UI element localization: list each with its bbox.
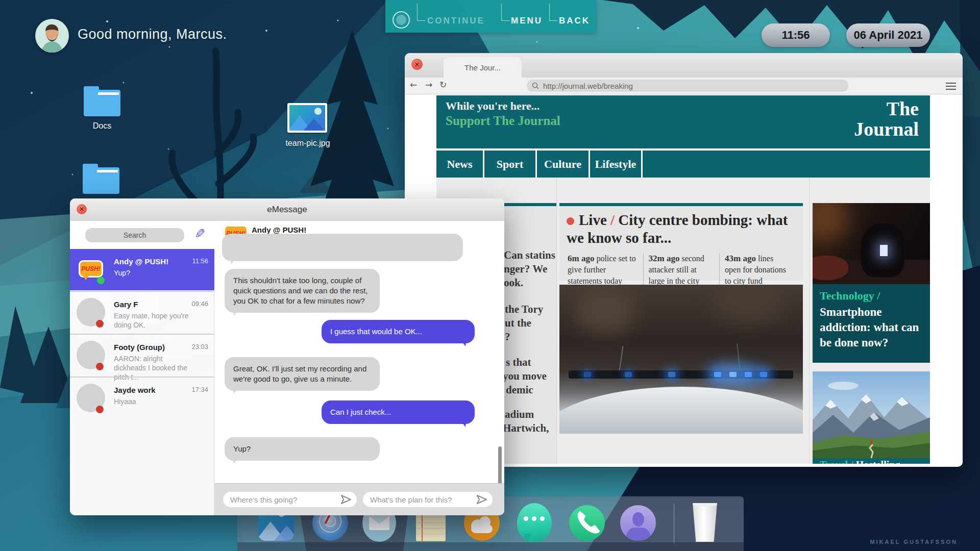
technology-kicker: Technology / [820, 289, 923, 303]
game-overlay-menu: CONTINUE MENU BACK [385, 0, 596, 33]
technology-article-card[interactable]: Technology / Smartphone addiction: what … [813, 284, 930, 363]
emessage-titlebar[interactable]: ✕ eMessage [70, 198, 504, 221]
conversation-time: 23:03 [191, 343, 208, 350]
docs-folder-label: Docs [84, 121, 120, 131]
browser-titlebar[interactable]: ✕ The Jour... [405, 53, 963, 78]
message-bubble-received: Yup? [225, 437, 380, 461]
article-fragment: demic [506, 384, 533, 396]
clock-date: 06 April 2021 [846, 23, 930, 47]
nav-lifestyle[interactable]: Lifestyle [590, 151, 641, 178]
url-bar[interactable]: http://journal.web/breaking [527, 80, 848, 92]
contact-avatar [77, 341, 105, 369]
team-pic-file-label: team-pic.jpg [282, 139, 333, 148]
back-icon[interactable]: ← [410, 80, 417, 90]
continue-button[interactable]: CONTINUE [427, 16, 485, 26]
back-button[interactable]: BACK [559, 16, 590, 26]
update-time: 43m ago [725, 254, 756, 263]
article-fragment: Can statins [504, 249, 555, 262]
nav-culture[interactable]: Culture [537, 151, 589, 178]
update-item[interactable]: 32m ago second attacker still at large i… [643, 253, 720, 287]
live-headline: Live / City centre bombing: what we know… [567, 211, 796, 247]
journal-masthead[interactable]: The Journal [854, 98, 919, 139]
column-divider [809, 178, 810, 464]
contacts-app-icon[interactable] [620, 505, 656, 541]
conversation-andy[interactable]: PUSH! Andy @ PUSH! 11:56 Yup? [70, 249, 214, 290]
cropped-message-bubble [222, 234, 463, 261]
send-icon[interactable] [476, 494, 488, 505]
chat-scrollbar[interactable] [498, 446, 502, 487]
article-fragment: the Tory [505, 303, 543, 316]
conversation-gary[interactable]: Gary F 09:46 Easy mate, hope you're doin… [70, 292, 214, 333]
avatar-illustration [35, 19, 69, 53]
team-pic-file-icon[interactable] [287, 103, 327, 133]
message-bubble-received: This shouldn't take too long, couple of … [225, 269, 380, 313]
travel-article-card[interactable]: Travel / Hostelling [813, 458, 930, 464]
nav-news[interactable]: News [436, 151, 483, 178]
article-fragment: nger? We [504, 263, 547, 276]
update-item[interactable]: 6m ago police set to give further statem… [567, 253, 643, 287]
article-fragment: ? [505, 331, 510, 343]
compose-pencil-icon[interactable]: ✎ [194, 226, 206, 242]
forward-icon[interactable]: → [425, 80, 432, 90]
clock-time: 11:56 [762, 23, 830, 47]
chat-contact-name: Andy @ PUSH! [252, 226, 306, 234]
tick-line [417, 4, 425, 21]
phone-app-icon[interactable] [569, 505, 605, 541]
update-time: 6m ago [568, 254, 594, 263]
trash-icon[interactable] [692, 503, 718, 542]
nav-sport[interactable]: Sport [484, 151, 535, 178]
technology-headline: Smartphone addiction: what can be done n… [820, 305, 923, 350]
travel-kicker: Travel / [820, 459, 853, 464]
article-fragment: you move [503, 370, 547, 383]
journal-body: Can statins nger? We ook. the Tory ut th… [436, 178, 930, 464]
hamburger-menu-icon[interactable] [946, 81, 956, 92]
send-icon[interactable] [340, 494, 352, 505]
image-thumbnail [289, 105, 325, 131]
article-fragment: Hartwich, [503, 422, 549, 435]
window-title: eMessage [70, 205, 504, 215]
unread-dot [96, 363, 104, 370]
conversation-jayde[interactable]: Jayde work 17:34 Hiyaaa [70, 378, 214, 419]
conversation-footy[interactable]: Footy (Group) 23:03 AARON: alright dickh… [70, 335, 214, 376]
messages-app-icon[interactable] [517, 503, 552, 542]
support-link[interactable]: Support The Journal [446, 114, 560, 128]
greeting-text: Good morning, Marcus. [78, 27, 227, 42]
contact-avatar [77, 384, 105, 412]
live-story-card[interactable]: Live / City centre bombing: what we know… [559, 203, 803, 280]
conversation-preview: Yup? [114, 268, 190, 278]
desktop-screen: MIKAEL GUSTAFSSON Good morning, Marcus. … [0, 0, 980, 551]
conversation-time: 09:46 [191, 300, 208, 308]
push-avatar: PUSH! [77, 255, 105, 284]
unread-dot [96, 320, 104, 328]
emessage-window: ✕ eMessage ✎ PUSH! Andy @ PUSH! online n… [70, 198, 504, 515]
second-folder-icon[interactable] [83, 167, 119, 194]
message-bubble-sent: I guess that would be OK... [322, 320, 475, 343]
user-avatar[interactable] [35, 19, 69, 53]
nav-filler [643, 151, 930, 178]
support-line: While you're here... [446, 99, 540, 113]
search-input[interactable] [85, 228, 184, 242]
online-dot [97, 277, 105, 284]
conversation-time: 11:56 [192, 257, 208, 265]
live-slash: / [610, 212, 615, 228]
close-icon[interactable]: ✕ [411, 59, 423, 70]
message-input-2[interactable] [363, 492, 493, 507]
message-input-1[interactable] [223, 492, 357, 507]
wallpaper-credit: MIKAEL GUSTAFSSON [870, 539, 958, 545]
docs-folder-icon[interactable] [84, 90, 120, 116]
conversation-name: Footy (Group) [114, 343, 165, 352]
conversation-preview: Easy mate, hope you're doing OK. [114, 311, 190, 330]
conversation-name: Gary F [114, 300, 138, 309]
reload-icon[interactable]: ↻ [439, 80, 447, 90]
police-lightbar [569, 370, 793, 379]
menu-button[interactable]: MENU [511, 16, 543, 26]
article-fragment: adium [505, 408, 534, 421]
smartphone-article-photo[interactable] [813, 203, 930, 284]
tick-line [501, 4, 509, 21]
police-car-photo[interactable] [559, 285, 803, 434]
article-fragment: s that [506, 356, 531, 369]
update-item[interactable]: 43m ago lines open for donations to city… [719, 253, 796, 287]
mountains-article-photo[interactable] [813, 371, 930, 458]
live-updates: 6m ago police set to give further statem… [567, 253, 796, 287]
browser-tab[interactable]: The Jour... [444, 57, 522, 78]
